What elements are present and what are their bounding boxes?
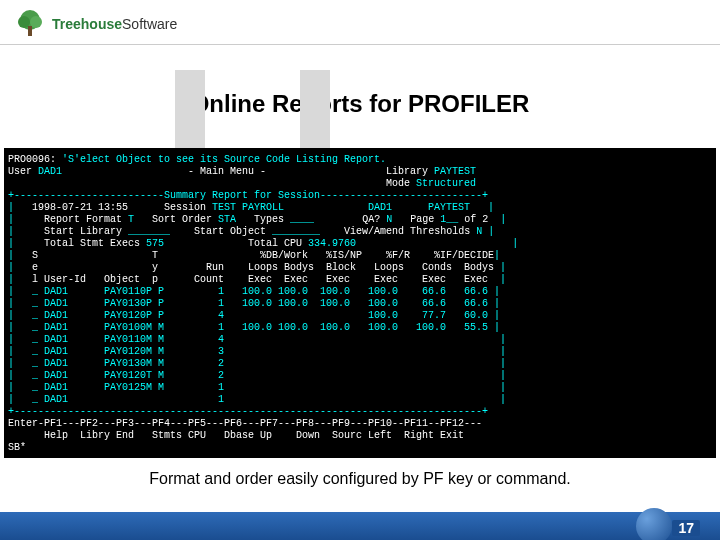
table-row[interactable]: _ DAD1 PAY0130M M 2 (20, 358, 500, 369)
footnote: Format and order easily configured by PF… (0, 470, 720, 488)
col-header: S T %DB/Work %IS/NP %F/R %IF/DECIDE (20, 250, 494, 261)
arrow-icon (175, 70, 205, 150)
logo: TreehouseSoftware (14, 8, 177, 40)
total-cpu: 334.9760 (302, 238, 356, 249)
table-row[interactable]: _ DAD1 PAY0130P P 1 100.0 100.0 100.0 10… (20, 298, 494, 309)
table-row[interactable]: _ DAD1 PAY0120M M 3 (20, 346, 500, 357)
col-header: l User-Id Object p Count Exec Exec Exec … (20, 274, 500, 285)
tree-icon (14, 8, 46, 40)
qa-field[interactable]: N (380, 214, 392, 225)
msg-id: PRO0096: (8, 154, 56, 165)
terminal-screen[interactable]: PRO0096: 'S'elect Object to see its Sour… (4, 148, 716, 458)
total-stmt-execs: 575 (140, 238, 164, 249)
page-field[interactable]: 1__ (434, 214, 458, 225)
session-name: TEST PAYROLL (206, 202, 284, 213)
sort-field[interactable]: STA (212, 214, 236, 225)
user-field[interactable]: DAD1 (32, 166, 62, 177)
slide-title: Online Reports for PROFILER (0, 90, 720, 118)
table-row[interactable]: _ DAD1 PAY0120P P 4 100.0 77.7 60.0 (20, 310, 494, 321)
table-row[interactable]: _ DAD1 1 (20, 394, 500, 405)
table-row[interactable]: _ DAD1 PAY0110P P 1 100.0 100.0 100.0 10… (20, 286, 494, 297)
pf-key-row[interactable]: Enter-PF1---PF2---PF3---PF4---PF5---PF6-… (8, 418, 482, 429)
thresholds-field[interactable]: N (470, 226, 488, 237)
logo-text: TreehouseSoftware (52, 16, 177, 32)
svg-rect-3 (28, 26, 32, 36)
table-row[interactable]: _ DAD1 PAY0110M M 4 (20, 334, 500, 345)
start-object-field[interactable]: ________ (272, 226, 320, 237)
mode-field[interactable]: Structured (410, 178, 476, 189)
table-row[interactable]: _ DAD1 PAY0100M M 1 100.0 100.0 100.0 10… (20, 322, 494, 333)
sb-indicator: SB* (8, 442, 26, 453)
arrow-icon (300, 70, 330, 150)
start-library-field[interactable]: _______ (128, 226, 170, 237)
table-row[interactable]: _ DAD1 PAY0120T M 2 (20, 370, 500, 381)
format-field[interactable]: T (122, 214, 134, 225)
pf-key-labels[interactable]: Help Libry End Stmts CPU Dbase Up Down S… (8, 430, 482, 441)
box-top: +-------------------------Summary Report… (8, 190, 488, 201)
col-header: e y Run Loops Bodys Block Loops Conds Bo… (20, 262, 500, 273)
footer-bar (0, 512, 720, 540)
box-bottom: +---------------------------------------… (8, 406, 488, 417)
library-field[interactable]: PAYTEST (428, 166, 476, 177)
types-field[interactable]: ____ (290, 214, 314, 225)
table-row[interactable]: _ DAD1 PAY0125M M 1 (20, 382, 500, 393)
divider (0, 44, 720, 45)
slide-number: 17 (672, 520, 700, 536)
